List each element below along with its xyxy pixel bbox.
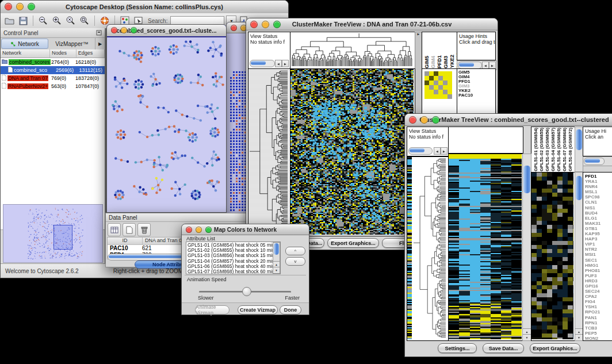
zoom-window-icon[interactable] xyxy=(273,21,281,28)
zoom-fit-icon[interactable] xyxy=(78,14,91,27)
gene-label[interactable]: PHO81 xyxy=(585,268,612,273)
tv2-label-scrollbar[interactable] xyxy=(575,127,583,172)
tv2-heatmap[interactable] xyxy=(448,154,523,341)
close-icon[interactable] xyxy=(5,3,12,10)
close-icon[interactable] xyxy=(409,116,416,124)
tv1-row-label[interactable]: PAC10 xyxy=(458,93,495,98)
gene-label[interactable]: GPI16 xyxy=(585,283,612,289)
gene-label[interactable]: RNR4 xyxy=(585,184,612,189)
gene-label[interactable]: PEP5 xyxy=(585,331,612,336)
zoom-in-icon[interactable] xyxy=(51,14,63,27)
tv1-column-label[interactable]: YKE2 xyxy=(449,55,455,68)
gene-label[interactable]: MSI1 xyxy=(585,252,612,257)
export-graphics-button[interactable]: Export Graphics... xyxy=(327,238,379,248)
zoom-window-icon[interactable] xyxy=(28,3,35,10)
tv2-row-dendrogram[interactable] xyxy=(407,156,449,341)
gene-label[interactable]: CLN1 xyxy=(585,200,612,205)
attribute-list-scrollbar[interactable]: ▲ ▼ xyxy=(273,242,280,274)
gene-label[interactable]: VIP1 xyxy=(585,242,612,247)
float-panel-icon[interactable] xyxy=(96,30,102,36)
treeview2-titlebar[interactable]: ClusterMaker TreeView : combined_scores_… xyxy=(405,114,612,126)
tv2-column-label[interactable]: GPL51-01 (GSM854) xyxy=(533,128,538,171)
zoom-window-icon[interactable] xyxy=(432,116,439,124)
network-canvas-area[interactable] xyxy=(107,36,226,212)
scroll-down-icon[interactable]: ▼ xyxy=(523,334,531,340)
open-file-button[interactable] xyxy=(3,14,16,27)
gene-label[interactable]: MSL1 xyxy=(585,189,612,194)
gene-label[interactable]: ELG1 xyxy=(585,216,612,221)
settings-button[interactable]: Settings... xyxy=(438,343,477,353)
move-up-button[interactable]: ^ xyxy=(285,247,305,255)
tv1-column-label[interactable]: GIM3 xyxy=(443,56,449,68)
gene-label[interactable]: YRA1 xyxy=(585,179,612,184)
tv2-column-label[interactable]: GPL51-04 (GSM857) xyxy=(550,128,556,171)
gene-label[interactable]: SEC1 xyxy=(585,258,612,263)
gene-label[interactable]: HAP3 xyxy=(585,236,612,242)
attribute-item[interactable]: GPL51-07 (GSM868) heat shock 60 min xyxy=(188,269,280,274)
gene-label[interactable]: MON2 xyxy=(585,336,612,341)
scroll-down-icon[interactable]: ▼ xyxy=(273,267,280,273)
new-attribute-icon[interactable] xyxy=(123,223,136,236)
scroll-down-icon[interactable]: ▼ xyxy=(575,334,583,340)
tv2-column-dendrogram[interactable] xyxy=(448,127,523,154)
create-vizmap-button[interactable]: Create Vizmap xyxy=(238,305,278,315)
zoom-selected-icon[interactable] xyxy=(64,14,77,27)
network-table-row[interactable]: RNAPuberNov2+563(0)107847(0) xyxy=(1,82,105,90)
gene-label[interactable]: FIG4 xyxy=(585,299,612,304)
tv1-row-dendrogram[interactable] xyxy=(248,68,290,236)
network-window-titlebar[interactable]: combined_scores_good.txt--cluste... xyxy=(107,25,226,37)
attribute-table-icon[interactable] xyxy=(108,223,121,236)
gene-label[interactable]: PUF3 xyxy=(585,273,612,278)
tv1-column-label[interactable]: GIM5 xyxy=(424,56,430,68)
tab-vizmapper[interactable]: VizMapper™ xyxy=(49,38,95,49)
gene-label[interactable]: RPO21 xyxy=(585,309,612,315)
tv1-mini-heatmap[interactable] xyxy=(424,71,452,99)
gene-label[interactable]: HMG1 xyxy=(585,263,612,268)
gene-label[interactable]: SPC98 xyxy=(585,194,612,200)
tv2-secondary-heatmap[interactable] xyxy=(531,172,575,341)
dialog-titlebar[interactable]: Map Colors to Network xyxy=(182,224,309,235)
zoom-out-icon[interactable] xyxy=(37,14,49,27)
overview-viewport-rect[interactable] xyxy=(53,225,72,250)
tab-network[interactable]: Network xyxy=(1,39,48,49)
tv2-column-label[interactable]: GPL51-02 (GSM855) xyxy=(539,128,544,171)
tv2-column-label[interactable]: GPL51-08 (GSM872) xyxy=(568,128,573,171)
close-icon[interactable] xyxy=(111,27,117,33)
tab-overflow-icon[interactable]: ▶ xyxy=(95,38,105,49)
tv1-column-label[interactable]: PFD1 xyxy=(437,55,442,68)
tv2-heatmap-scrollbar[interactable]: ▲ ▼ xyxy=(522,154,531,341)
scroll-right-icon[interactable]: ▶ xyxy=(282,60,289,67)
network-table-row[interactable]: DNA and Tran 07769(0)183728(0) xyxy=(1,74,105,82)
gene-label[interactable]: MAK31 xyxy=(585,221,612,226)
tv2-hints-scrollbar[interactable] xyxy=(584,158,605,165)
zoom-window-icon[interactable] xyxy=(131,27,137,33)
tv2-column-label[interactable]: GPL51-07 (GSM868) xyxy=(562,128,567,171)
move-down-button[interactable]: v xyxy=(285,257,305,266)
gene-label[interactable]: BUD4 xyxy=(585,210,612,216)
main-titlebar[interactable]: Cytoscape Desktop (Session Name: collins… xyxy=(1,1,288,14)
gene-label[interactable]: TCB3 xyxy=(585,325,612,331)
tv1-status-scrollbar[interactable] xyxy=(250,60,275,67)
tv2-column-label[interactable]: GPL51-03 (GSM856) xyxy=(545,128,550,171)
gene-label[interactable]: HRD3 xyxy=(585,278,612,283)
birds-eye-overview[interactable] xyxy=(3,204,103,263)
minimize-icon[interactable] xyxy=(16,3,24,10)
minimize-icon[interactable] xyxy=(420,116,428,124)
minimize-icon[interactable] xyxy=(121,27,127,33)
tv2-column-label[interactable]: GPL51-06 (GSM865) xyxy=(556,128,561,171)
save-button[interactable] xyxy=(17,14,29,27)
close-icon[interactable] xyxy=(186,227,192,233)
gene-label[interactable]: CPA2 xyxy=(585,294,612,299)
scroll-left-icon[interactable]: ◀ xyxy=(434,147,441,155)
close-icon[interactable] xyxy=(231,25,237,31)
export-graphics-button[interactable]: Export Graphics... xyxy=(530,343,580,353)
gene-label[interactable]: NIS1 xyxy=(585,205,612,210)
network-table-row[interactable]: combined_scores2764(0)16218(0) xyxy=(1,58,105,66)
gene-label[interactable]: NTR2 xyxy=(585,247,612,252)
gene-label[interactable]: RPN1 xyxy=(585,320,612,325)
tv1-column-label[interactable]: GIM4 xyxy=(430,56,436,68)
tv1-column-dendrogram[interactable] xyxy=(290,32,415,69)
tv2-genelist-scrollbar[interactable]: ▲ ▼ xyxy=(575,172,583,341)
save-data-button[interactable]: Save Data... xyxy=(483,343,524,353)
gene-label[interactable]: PAN1 xyxy=(585,315,612,320)
